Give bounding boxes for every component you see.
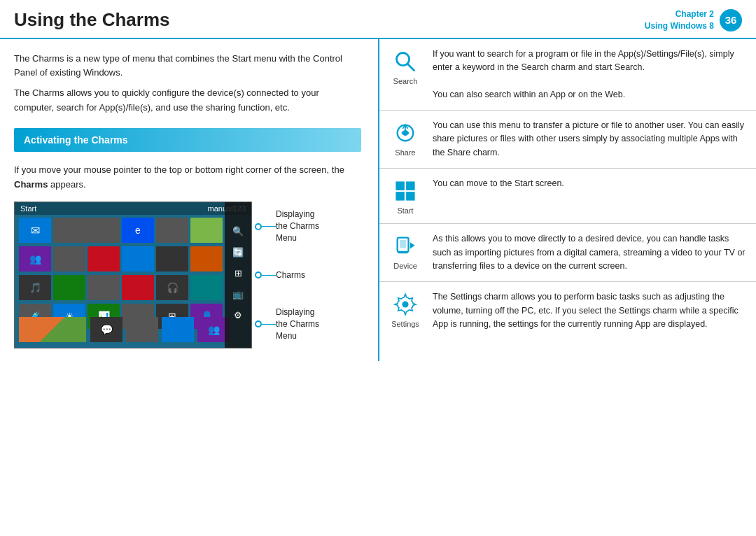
- charm-device-small: 📺: [230, 286, 246, 302]
- tile-10: [122, 246, 154, 271]
- win-topbar: Start manual123: [15, 202, 251, 215]
- svg-rect-6: [406, 192, 414, 200]
- tile-skype: 💬: [90, 317, 122, 342]
- search-description: If you want to search for a program or f…: [433, 48, 749, 102]
- svg-rect-4: [406, 182, 414, 190]
- page-header: Using the Charms Chapter 2 Using Windows…: [0, 0, 756, 39]
- callout-bottom: Displaying the Charms Menu: [255, 306, 319, 341]
- win-start-label: Start: [20, 204, 36, 213]
- settings-label: Settings: [391, 320, 419, 328]
- tile-wide-1: [53, 218, 120, 243]
- search-icon: [393, 49, 418, 74]
- tile-14: [53, 275, 85, 300]
- svg-rect-9: [398, 252, 408, 253]
- intro-paragraph-2: The Charms allows you to quickly configu…: [14, 86, 361, 115]
- share-icon: [393, 120, 418, 146]
- settings-description: The Settings charm allows you to perform…: [433, 290, 749, 331]
- share-icon-col: Share: [386, 119, 424, 157]
- settings-icon-col: Settings: [386, 290, 424, 328]
- charm-search-small: 🔍: [230, 223, 246, 239]
- charm-row-settings: Settings The Settings charm allows you t…: [379, 282, 756, 339]
- charm-start-small: ⊞: [230, 265, 246, 281]
- charms-sidebar-screenshot: 🔍 🔄 ⊞ 📺 ⚙: [225, 202, 251, 348]
- tile-9: [88, 246, 120, 271]
- callout-dot-middle: [255, 271, 262, 278]
- main-content: The Charms is a new type of menu that co…: [0, 39, 756, 362]
- tile-mail: ✉: [19, 218, 51, 243]
- tile-6: [190, 218, 223, 243]
- start-description: You can move to the Start screen.: [433, 177, 749, 190]
- screenshot-area: Start manual123 ✉ e 👥: [14, 202, 361, 348]
- tile-people: 👥: [19, 246, 51, 271]
- svg-rect-8: [400, 240, 406, 248]
- callout-dot-top: [255, 223, 262, 230]
- tile-8: [53, 246, 85, 271]
- callout-middle: Charms: [255, 269, 319, 281]
- tile-ie: e: [122, 218, 154, 243]
- callouts-container: Displaying the Charms Menu Charms: [255, 202, 319, 348]
- callout-line-top: [262, 226, 276, 227]
- callout-dot-bottom: [255, 320, 262, 327]
- windows8-screenshot: Start manual123 ✉ e 👥: [14, 202, 252, 348]
- callout-label-bottom: Displaying the Charms Menu: [276, 306, 319, 341]
- tile-photo: [19, 317, 86, 342]
- charm-share-small: 🔄: [230, 244, 246, 260]
- chapter-info: Chapter 2 Using Windows 8 36: [645, 8, 742, 32]
- tile-5: [156, 218, 188, 243]
- svg-line-1: [407, 64, 414, 70]
- tile-bottom-4: [162, 317, 194, 342]
- search-label: Search: [393, 77, 418, 85]
- section-activating-header: Activating the Charms: [14, 128, 361, 152]
- left-column: The Charms is a new type of menu that co…: [0, 39, 378, 362]
- svg-point-10: [402, 302, 408, 308]
- start-icon-col: Start: [386, 177, 424, 215]
- right-column: Search If you want to search for a progr…: [378, 39, 756, 362]
- callout-line-middle: [262, 275, 276, 276]
- page-title: Using the Charms: [14, 9, 170, 31]
- share-label: Share: [395, 148, 415, 157]
- callout-line-bottom: [262, 324, 276, 325]
- device-description: As this allows you to move directly to a…: [433, 232, 749, 273]
- callout-label-top: Displaying the Charms Menu: [276, 209, 319, 244]
- share-description: You can use this menu to transfer a pict…: [433, 119, 749, 160]
- chapter-badge: 36: [720, 9, 742, 31]
- charm-row-start: Start You can move to the Start screen.: [379, 169, 756, 224]
- tile-18: [190, 275, 223, 300]
- tile-headphones: 🎧: [156, 275, 188, 300]
- activating-paragraph: If you move your mouse pointer to the to…: [14, 163, 361, 192]
- device-icon: [393, 234, 418, 259]
- svg-rect-3: [396, 182, 404, 190]
- svg-rect-5: [396, 192, 404, 200]
- tile-16: [122, 275, 154, 300]
- start-label: Start: [397, 206, 413, 215]
- chapter-text: Chapter 2 Using Windows 8: [645, 8, 714, 32]
- tiles-grid: ✉ e 👥 🎵 🎧: [15, 215, 251, 333]
- charm-row-device: Device As this allows you to move direct…: [379, 224, 756, 282]
- charm-row-share: Share You can use this menu to transfer …: [379, 111, 756, 169]
- settings-icon: [393, 292, 418, 317]
- device-icon-col: Device: [386, 232, 424, 270]
- device-label: Device: [393, 262, 417, 270]
- tile-bottom-3: [126, 317, 158, 342]
- charm-row-search: Search If you want to search for a progr…: [379, 39, 756, 111]
- callout-label-middle: Charms: [276, 269, 305, 281]
- search-icon-col: Search: [386, 48, 424, 85]
- callout-top: Displaying the Charms Menu: [255, 209, 319, 244]
- charm-settings-small: ⚙: [230, 307, 246, 323]
- tile-11: [156, 246, 188, 271]
- tile-12: [190, 246, 223, 271]
- tile-15: [88, 275, 120, 300]
- intro-paragraph-1: The Charms is a new type of menu that co…: [14, 52, 361, 81]
- tile-music: 🎵: [19, 275, 51, 300]
- start-icon: [393, 178, 418, 204]
